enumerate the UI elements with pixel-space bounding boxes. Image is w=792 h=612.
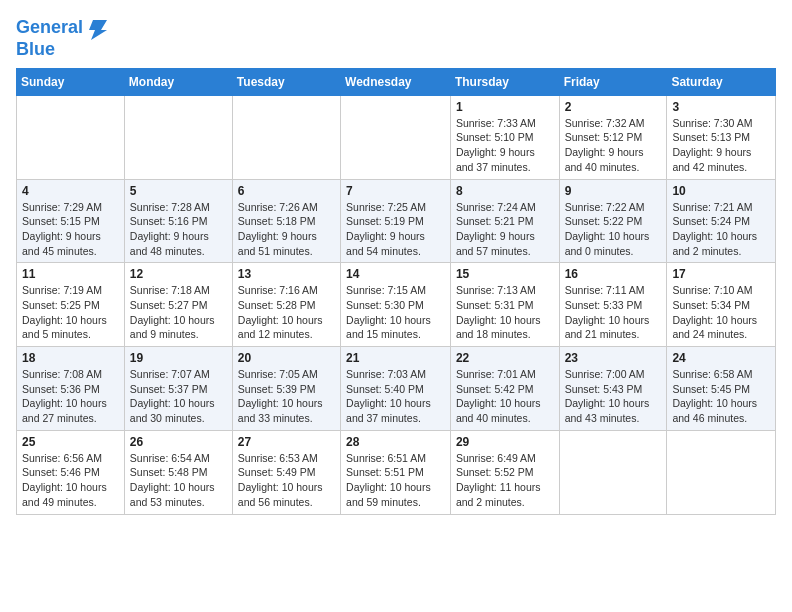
day-number: 9: [565, 184, 662, 198]
day-cell: 13Sunrise: 7:16 AM Sunset: 5:28 PM Dayli…: [232, 263, 340, 347]
day-cell: 25Sunrise: 6:56 AM Sunset: 5:46 PM Dayli…: [17, 430, 125, 514]
weekday-thursday: Thursday: [450, 68, 559, 95]
day-cell: [341, 95, 451, 179]
day-number: 5: [130, 184, 227, 198]
day-info: Sunrise: 7:13 AM Sunset: 5:31 PM Dayligh…: [456, 283, 554, 342]
header: GeneralBlue: [16, 16, 776, 60]
day-info: Sunrise: 7:26 AM Sunset: 5:18 PM Dayligh…: [238, 200, 335, 259]
day-info: Sunrise: 7:07 AM Sunset: 5:37 PM Dayligh…: [130, 367, 227, 426]
day-cell: 6Sunrise: 7:26 AM Sunset: 5:18 PM Daylig…: [232, 179, 340, 263]
day-number: 1: [456, 100, 554, 114]
week-row-2: 11Sunrise: 7:19 AM Sunset: 5:25 PM Dayli…: [17, 263, 776, 347]
day-number: 14: [346, 267, 445, 281]
day-cell: 29Sunrise: 6:49 AM Sunset: 5:52 PM Dayli…: [450, 430, 559, 514]
logo: GeneralBlue: [16, 16, 109, 60]
day-info: Sunrise: 7:30 AM Sunset: 5:13 PM Dayligh…: [672, 116, 770, 175]
day-info: Sunrise: 6:49 AM Sunset: 5:52 PM Dayligh…: [456, 451, 554, 510]
day-number: 15: [456, 267, 554, 281]
day-cell: 17Sunrise: 7:10 AM Sunset: 5:34 PM Dayli…: [667, 263, 776, 347]
weekday-tuesday: Tuesday: [232, 68, 340, 95]
day-cell: 5Sunrise: 7:28 AM Sunset: 5:16 PM Daylig…: [124, 179, 232, 263]
day-cell: 20Sunrise: 7:05 AM Sunset: 5:39 PM Dayli…: [232, 347, 340, 431]
day-info: Sunrise: 7:00 AM Sunset: 5:43 PM Dayligh…: [565, 367, 662, 426]
day-number: 13: [238, 267, 335, 281]
day-number: 29: [456, 435, 554, 449]
weekday-sunday: Sunday: [17, 68, 125, 95]
day-cell: [232, 95, 340, 179]
day-cell: 21Sunrise: 7:03 AM Sunset: 5:40 PM Dayli…: [341, 347, 451, 431]
day-cell: 16Sunrise: 7:11 AM Sunset: 5:33 PM Dayli…: [559, 263, 667, 347]
day-number: 6: [238, 184, 335, 198]
logo-text: GeneralBlue: [16, 16, 109, 60]
day-number: 7: [346, 184, 445, 198]
day-cell: 22Sunrise: 7:01 AM Sunset: 5:42 PM Dayli…: [450, 347, 559, 431]
day-number: 2: [565, 100, 662, 114]
day-number: 23: [565, 351, 662, 365]
day-info: Sunrise: 7:18 AM Sunset: 5:27 PM Dayligh…: [130, 283, 227, 342]
day-number: 12: [130, 267, 227, 281]
day-cell: 10Sunrise: 7:21 AM Sunset: 5:24 PM Dayli…: [667, 179, 776, 263]
day-info: Sunrise: 7:29 AM Sunset: 5:15 PM Dayligh…: [22, 200, 119, 259]
calendar-body: 1Sunrise: 7:33 AM Sunset: 5:10 PM Daylig…: [17, 95, 776, 514]
day-cell: 23Sunrise: 7:00 AM Sunset: 5:43 PM Dayli…: [559, 347, 667, 431]
day-info: Sunrise: 7:19 AM Sunset: 5:25 PM Dayligh…: [22, 283, 119, 342]
day-cell: 9Sunrise: 7:22 AM Sunset: 5:22 PM Daylig…: [559, 179, 667, 263]
day-number: 21: [346, 351, 445, 365]
weekday-header: SundayMondayTuesdayWednesdayThursdayFrid…: [17, 68, 776, 95]
day-number: 18: [22, 351, 119, 365]
day-cell: 11Sunrise: 7:19 AM Sunset: 5:25 PM Dayli…: [17, 263, 125, 347]
calendar-table: SundayMondayTuesdayWednesdayThursdayFrid…: [16, 68, 776, 515]
day-number: 8: [456, 184, 554, 198]
weekday-saturday: Saturday: [667, 68, 776, 95]
day-cell: 15Sunrise: 7:13 AM Sunset: 5:31 PM Dayli…: [450, 263, 559, 347]
day-cell: 4Sunrise: 7:29 AM Sunset: 5:15 PM Daylig…: [17, 179, 125, 263]
day-info: Sunrise: 7:16 AM Sunset: 5:28 PM Dayligh…: [238, 283, 335, 342]
week-row-4: 25Sunrise: 6:56 AM Sunset: 5:46 PM Dayli…: [17, 430, 776, 514]
day-cell: 14Sunrise: 7:15 AM Sunset: 5:30 PM Dayli…: [341, 263, 451, 347]
day-cell: 12Sunrise: 7:18 AM Sunset: 5:27 PM Dayli…: [124, 263, 232, 347]
day-info: Sunrise: 7:21 AM Sunset: 5:24 PM Dayligh…: [672, 200, 770, 259]
day-number: 26: [130, 435, 227, 449]
day-info: Sunrise: 6:56 AM Sunset: 5:46 PM Dayligh…: [22, 451, 119, 510]
day-info: Sunrise: 7:33 AM Sunset: 5:10 PM Dayligh…: [456, 116, 554, 175]
day-info: Sunrise: 7:05 AM Sunset: 5:39 PM Dayligh…: [238, 367, 335, 426]
day-info: Sunrise: 7:01 AM Sunset: 5:42 PM Dayligh…: [456, 367, 554, 426]
day-number: 4: [22, 184, 119, 198]
day-info: Sunrise: 7:08 AM Sunset: 5:36 PM Dayligh…: [22, 367, 119, 426]
day-cell: [667, 430, 776, 514]
day-cell: 27Sunrise: 6:53 AM Sunset: 5:49 PM Dayli…: [232, 430, 340, 514]
week-row-1: 4Sunrise: 7:29 AM Sunset: 5:15 PM Daylig…: [17, 179, 776, 263]
weekday-monday: Monday: [124, 68, 232, 95]
day-number: 25: [22, 435, 119, 449]
day-info: Sunrise: 7:32 AM Sunset: 5:12 PM Dayligh…: [565, 116, 662, 175]
day-cell: 19Sunrise: 7:07 AM Sunset: 5:37 PM Dayli…: [124, 347, 232, 431]
day-info: Sunrise: 6:51 AM Sunset: 5:51 PM Dayligh…: [346, 451, 445, 510]
week-row-0: 1Sunrise: 7:33 AM Sunset: 5:10 PM Daylig…: [17, 95, 776, 179]
day-number: 19: [130, 351, 227, 365]
day-number: 17: [672, 267, 770, 281]
day-cell: 8Sunrise: 7:24 AM Sunset: 5:21 PM Daylig…: [450, 179, 559, 263]
day-info: Sunrise: 7:28 AM Sunset: 5:16 PM Dayligh…: [130, 200, 227, 259]
day-number: 3: [672, 100, 770, 114]
day-info: Sunrise: 7:11 AM Sunset: 5:33 PM Dayligh…: [565, 283, 662, 342]
day-info: Sunrise: 7:03 AM Sunset: 5:40 PM Dayligh…: [346, 367, 445, 426]
day-number: 24: [672, 351, 770, 365]
day-number: 27: [238, 435, 335, 449]
day-cell: 2Sunrise: 7:32 AM Sunset: 5:12 PM Daylig…: [559, 95, 667, 179]
day-cell: 18Sunrise: 7:08 AM Sunset: 5:36 PM Dayli…: [17, 347, 125, 431]
day-info: Sunrise: 6:53 AM Sunset: 5:49 PM Dayligh…: [238, 451, 335, 510]
day-info: Sunrise: 7:15 AM Sunset: 5:30 PM Dayligh…: [346, 283, 445, 342]
day-number: 20: [238, 351, 335, 365]
day-info: Sunrise: 6:58 AM Sunset: 5:45 PM Dayligh…: [672, 367, 770, 426]
day-number: 28: [346, 435, 445, 449]
day-cell: 26Sunrise: 6:54 AM Sunset: 5:48 PM Dayli…: [124, 430, 232, 514]
day-info: Sunrise: 7:10 AM Sunset: 5:34 PM Dayligh…: [672, 283, 770, 342]
week-row-3: 18Sunrise: 7:08 AM Sunset: 5:36 PM Dayli…: [17, 347, 776, 431]
day-cell: 28Sunrise: 6:51 AM Sunset: 5:51 PM Dayli…: [341, 430, 451, 514]
day-cell: 7Sunrise: 7:25 AM Sunset: 5:19 PM Daylig…: [341, 179, 451, 263]
day-cell: 1Sunrise: 7:33 AM Sunset: 5:10 PM Daylig…: [450, 95, 559, 179]
day-number: 10: [672, 184, 770, 198]
day-info: Sunrise: 7:24 AM Sunset: 5:21 PM Dayligh…: [456, 200, 554, 259]
day-info: Sunrise: 7:22 AM Sunset: 5:22 PM Dayligh…: [565, 200, 662, 259]
day-cell: [124, 95, 232, 179]
